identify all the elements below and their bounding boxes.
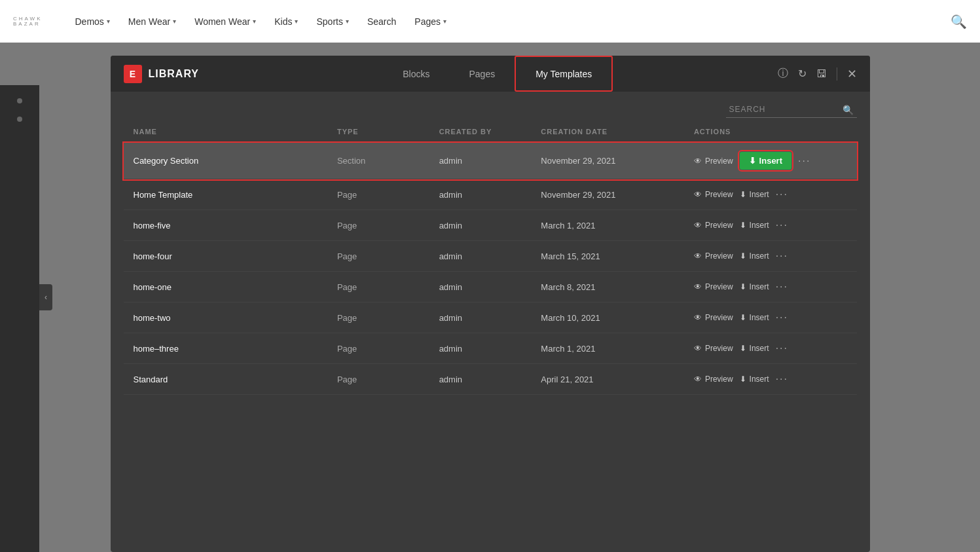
insert-button[interactable]: ⬇Insert bbox=[740, 344, 769, 353]
nav-item-pages[interactable]: Pages ▾ bbox=[408, 12, 453, 31]
search-icon: 🔍 bbox=[843, 105, 854, 115]
preview-button[interactable]: 👁Preview bbox=[694, 221, 733, 230]
insert-button[interactable]: ⬇Insert bbox=[740, 282, 769, 291]
cell-actions: 👁Preview ⬇Insert ··· bbox=[694, 281, 847, 293]
main-area: ‹ E LIBRARY Blocks Pages My Templates bbox=[0, 43, 980, 552]
logo-sub: BAZAR bbox=[13, 22, 42, 27]
table-row: home-one Page admin March 8, 2021 👁Previ… bbox=[124, 272, 857, 303]
sidebar-dot bbox=[17, 117, 22, 122]
download-icon: ⬇ bbox=[740, 251, 746, 261]
cell-name: Standard bbox=[134, 375, 337, 384]
more-options-button[interactable]: ··· bbox=[776, 250, 788, 262]
col-header-creationdate: CREATION DATE bbox=[541, 128, 694, 136]
cell-actions: 👁Preview ⬇Insert ··· bbox=[694, 342, 847, 354]
cell-actions: 👁Preview ⬇Insert ··· bbox=[694, 219, 847, 231]
chevron-down-icon: ▾ bbox=[253, 18, 256, 25]
nav-item-sports[interactable]: Sports ▾ bbox=[310, 12, 355, 31]
col-header-createdby: CREATED BY bbox=[439, 128, 541, 136]
chevron-down-icon: ▾ bbox=[295, 18, 298, 25]
download-icon: ⬇ bbox=[740, 313, 746, 322]
cell-actions: 👁Preview ⬇Insert ··· bbox=[694, 373, 847, 385]
search-icon[interactable]: 🔍 bbox=[951, 14, 967, 29]
download-icon: ⬇ bbox=[740, 221, 746, 230]
preview-button[interactable]: 👁Preview bbox=[694, 313, 733, 322]
table-row: home-four Page admin March 15, 2021 👁Pre… bbox=[124, 241, 857, 272]
cell-createdby: admin bbox=[439, 282, 541, 292]
more-options-button[interactable]: ··· bbox=[776, 373, 788, 385]
search-bar-area: 🔍 bbox=[111, 92, 870, 121]
eye-icon: 👁 bbox=[694, 375, 702, 384]
modal-header: E LIBRARY Blocks Pages My Templates ⓘ ↻ … bbox=[111, 56, 870, 92]
sidebar-dot bbox=[17, 98, 22, 103]
more-options-button[interactable]: ··· bbox=[776, 189, 788, 200]
eye-icon: 👁 bbox=[694, 251, 702, 261]
close-icon[interactable]: ✕ bbox=[847, 67, 857, 81]
insert-button[interactable]: ⬇Insert bbox=[740, 313, 769, 322]
cell-createdby: admin bbox=[439, 344, 541, 354]
table-row: Home Template Page admin November 29, 20… bbox=[124, 179, 857, 210]
tab-my-templates[interactable]: My Templates bbox=[515, 56, 613, 92]
modal-title-area: E LIBRARY bbox=[124, 65, 200, 83]
chevron-down-icon: ▾ bbox=[107, 18, 110, 25]
insert-button[interactable]: ⬇Insert bbox=[740, 251, 769, 261]
sidebar-collapse-button[interactable]: ‹ bbox=[39, 284, 52, 310]
cell-actions: 👁Preview ⬇Insert ··· bbox=[694, 250, 847, 262]
insert-button[interactable]: ⬇Insert bbox=[740, 375, 769, 384]
cell-date: March 1, 2021 bbox=[541, 221, 694, 230]
cell-createdby: admin bbox=[439, 190, 541, 200]
more-options-button[interactable]: ··· bbox=[776, 281, 788, 293]
preview-button[interactable]: 👁Preview bbox=[694, 251, 733, 261]
nav-item-search[interactable]: Search bbox=[361, 12, 403, 31]
cell-type: Page bbox=[337, 344, 439, 354]
preview-button[interactable]: 👁Preview bbox=[694, 344, 733, 353]
cell-actions: 👁 Preview ⬇ Insert ··· bbox=[694, 152, 847, 170]
cell-name: home-four bbox=[134, 251, 337, 261]
chevron-down-icon: ▾ bbox=[443, 18, 446, 25]
preview-button[interactable]: 👁Preview bbox=[694, 282, 733, 291]
table-row: Standard Page admin April 21, 2021 👁Prev… bbox=[124, 364, 857, 395]
cell-type: Page bbox=[337, 282, 439, 292]
cell-type: Page bbox=[337, 190, 439, 200]
refresh-icon[interactable]: ↻ bbox=[798, 67, 807, 80]
eye-icon: 👁 bbox=[694, 221, 702, 230]
nav-item-demos[interactable]: Demos ▾ bbox=[68, 12, 116, 31]
divider bbox=[837, 67, 837, 81]
tab-blocks[interactable]: Blocks bbox=[383, 56, 449, 92]
cell-actions: 👁Preview ⬇Insert ··· bbox=[694, 312, 847, 323]
eye-icon: 👁 bbox=[694, 156, 702, 166]
download-icon: ⬇ bbox=[749, 156, 756, 166]
col-header-actions: ACTIONS bbox=[694, 128, 847, 136]
cell-name: home-one bbox=[134, 282, 337, 292]
more-options-button[interactable]: ··· bbox=[798, 155, 810, 167]
search-wrapper: 🔍 bbox=[726, 101, 857, 118]
eye-icon: 👁 bbox=[694, 282, 702, 291]
insert-button[interactable]: ⬇ Insert bbox=[740, 152, 791, 170]
top-navigation: CHAWK BAZAR Demos ▾ Men Wear ▾ Women Wea… bbox=[0, 0, 980, 43]
tab-pages[interactable]: Pages bbox=[449, 56, 515, 92]
insert-button[interactable]: ⬇Insert bbox=[740, 221, 769, 230]
cell-date: November 29, 2021 bbox=[541, 156, 694, 166]
info-icon[interactable]: ⓘ bbox=[778, 67, 788, 81]
nav-item-menwear[interactable]: Men Wear ▾ bbox=[122, 12, 183, 31]
preview-button[interactable]: 👁Preview bbox=[694, 375, 733, 384]
cell-name: home–three bbox=[134, 344, 337, 354]
preview-button[interactable]: 👁Preview bbox=[694, 190, 733, 199]
cell-date: April 21, 2021 bbox=[541, 375, 694, 384]
nav-item-kids[interactable]: Kids ▾ bbox=[268, 12, 304, 31]
library-modal: E LIBRARY Blocks Pages My Templates ⓘ ↻ … bbox=[111, 56, 870, 552]
cell-name: Home Template bbox=[134, 190, 337, 200]
cell-type: Page bbox=[337, 251, 439, 261]
table-row: home-five Page admin March 1, 2021 👁Prev… bbox=[124, 210, 857, 241]
sidebar-left bbox=[0, 85, 39, 552]
search-input[interactable] bbox=[726, 101, 857, 118]
insert-button[interactable]: ⬇Insert bbox=[740, 190, 769, 199]
cell-type: Page bbox=[337, 375, 439, 384]
more-options-button[interactable]: ··· bbox=[776, 342, 788, 354]
nav-item-womenwear[interactable]: Women Wear ▾ bbox=[188, 12, 263, 31]
eye-icon: 👁 bbox=[694, 313, 702, 322]
preview-button[interactable]: 👁 Preview bbox=[694, 156, 733, 166]
more-options-button[interactable]: ··· bbox=[776, 312, 788, 323]
save-icon[interactable]: 🖫 bbox=[816, 68, 827, 80]
more-options-button[interactable]: ··· bbox=[776, 219, 788, 231]
modal-actions: ⓘ ↻ 🖫 ✕ bbox=[778, 67, 857, 81]
